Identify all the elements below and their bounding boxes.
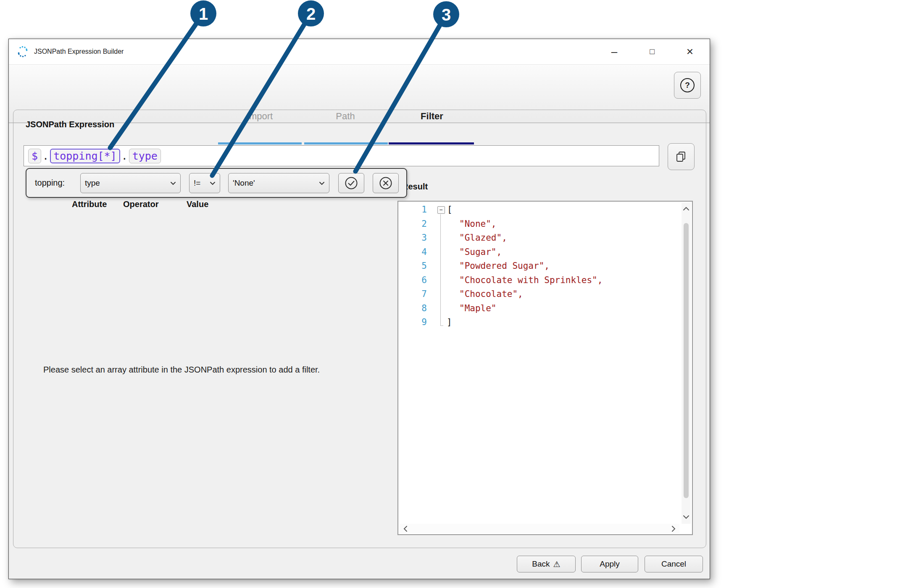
apply-button-label: Apply — [600, 559, 620, 569]
line-number: 8 — [398, 302, 427, 316]
column-label-attribute: Attribute — [72, 200, 107, 209]
code-text: "Glazed", — [459, 231, 507, 245]
chevron-right-icon[interactable] — [671, 525, 676, 532]
vertical-scrollbar[interactable] — [682, 203, 691, 524]
code-line: 3"Glazed", — [398, 231, 603, 245]
chevron-down-icon — [170, 181, 176, 185]
code-text: "None", — [459, 217, 497, 231]
code-text: "Maple" — [459, 302, 497, 316]
result-code: 1 − [ 2"None", 3"Glazed", 4"Sugar", 5"Po… — [398, 203, 603, 330]
attribute-select-value: type — [85, 178, 100, 188]
copy-button[interactable] — [668, 143, 695, 170]
callout-circle-3 — [433, 1, 459, 27]
code-line: 2"None", — [398, 217, 603, 231]
chevron-down-icon — [319, 181, 325, 185]
check-circle-icon — [344, 176, 359, 191]
code-text: "Chocolate with Sprinkles", — [459, 273, 603, 288]
code-line: 1 − [ — [398, 203, 603, 217]
result-panel: 1 − [ 2"None", 3"Glazed", 4"Sugar", 5"Po… — [397, 201, 693, 535]
copy-icon — [675, 150, 687, 163]
expression-input[interactable]: $ . topping[*] . type — [24, 145, 659, 166]
back-button-label: Back — [532, 559, 550, 569]
filter-prefix-label: topping: — [35, 169, 65, 197]
scrollbar-thumb[interactable] — [684, 223, 689, 498]
confirm-filter-button[interactable] — [338, 173, 364, 193]
attribute-select[interactable]: type — [80, 173, 181, 193]
code-line: 9] — [398, 315, 603, 330]
operator-select-value: != — [194, 178, 200, 188]
maximize-icon: □ — [650, 39, 654, 64]
remove-filter-button[interactable] — [373, 173, 399, 193]
window-title: JSONPath Expression Builder — [34, 39, 124, 64]
token-dot: . — [121, 150, 128, 162]
horizontal-scrollbar[interactable] — [400, 524, 679, 533]
code-text: "Powdered Sugar", — [459, 259, 550, 273]
code-line: 7"Chocolate", — [398, 287, 603, 302]
line-number: 5 — [398, 259, 427, 273]
callout-number-3: 3 — [442, 5, 451, 24]
filter-hint-message: Please select an array attribute in the … — [43, 365, 320, 375]
code-text: [ — [447, 203, 453, 217]
callout-circle-2 — [298, 0, 324, 26]
app-window: JSONPath Expression Builder – □ × Import… — [8, 39, 710, 579]
line-number: 6 — [398, 273, 427, 288]
question-icon: ? — [680, 78, 695, 92]
code-text: "Sugar", — [459, 245, 502, 260]
title-bar: JSONPath Expression Builder – □ × — [9, 39, 710, 65]
line-number: 3 — [398, 231, 427, 245]
line-number: 7 — [398, 287, 427, 302]
code-text: ] — [447, 315, 452, 330]
code-text: "Chocolate", — [459, 287, 523, 302]
chevron-down-icon[interactable] — [683, 514, 689, 520]
token-field-chip[interactable]: type — [129, 149, 161, 163]
code-line: 5"Powdered Sugar", — [398, 259, 603, 273]
apply-button[interactable]: Apply — [581, 556, 638, 572]
warning-icon: ⚠ — [553, 560, 561, 568]
chevron-up-icon[interactable] — [683, 206, 689, 211]
token-array-chip[interactable]: topping[*] — [50, 149, 120, 163]
line-number: 9 — [398, 315, 427, 330]
close-icon: × — [687, 39, 693, 64]
value-select-value: 'None' — [233, 178, 255, 188]
callout-circles — [190, 0, 459, 27]
token-root-chip[interactable]: $ — [28, 149, 41, 163]
code-line: 4"Sugar", — [398, 245, 603, 260]
operator-select[interactable]: != — [189, 173, 220, 193]
column-label-operator: Operator — [123, 200, 158, 209]
x-circle-icon — [378, 176, 393, 191]
callout-number-2: 2 — [306, 5, 316, 23]
line-number: 1 — [398, 203, 427, 217]
token-dot: . — [42, 150, 49, 162]
callout-number-1: 1 — [199, 5, 208, 23]
fold-collapse-icon[interactable]: − — [437, 206, 445, 214]
cancel-button-label: Cancel — [661, 559, 686, 569]
chevron-down-icon — [210, 181, 216, 185]
screenshot-canvas: JSONPath Expression Builder – □ × Import… — [0, 0, 900, 588]
line-number: 4 — [398, 245, 427, 260]
cancel-button[interactable]: Cancel — [645, 556, 703, 572]
code-line: 8"Maple" — [398, 302, 603, 316]
line-number: 2 — [398, 217, 427, 231]
maximize-button[interactable]: □ — [640, 39, 664, 64]
help-button[interactable]: ? — [674, 72, 701, 99]
expression-section-label: JSONPath Expression — [26, 120, 114, 129]
filter-popup: topping: type != 'None' — [26, 168, 407, 198]
value-select[interactable]: 'None' — [228, 173, 329, 193]
chevron-left-icon[interactable] — [403, 525, 408, 532]
column-label-value: Value — [187, 200, 208, 209]
code-line: 6"Chocolate with Sprinkles", — [398, 273, 603, 288]
close-button[interactable]: × — [678, 39, 702, 64]
callout-circle-1 — [190, 0, 216, 26]
back-button[interactable]: Back ⚠ — [517, 556, 576, 572]
minimize-icon: – — [611, 39, 617, 64]
app-icon — [16, 45, 29, 58]
minimize-button[interactable]: – — [602, 39, 626, 64]
